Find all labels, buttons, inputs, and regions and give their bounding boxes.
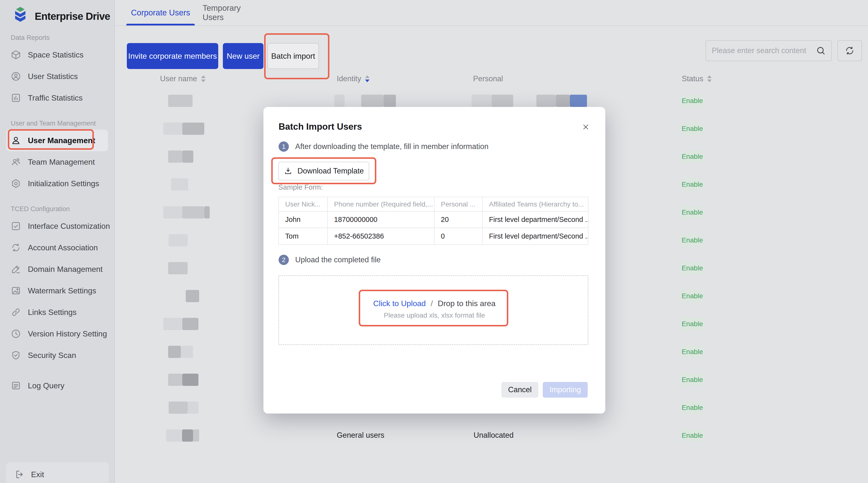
sort-carets-icon[interactable]	[201, 75, 206, 82]
tab-corporate-users[interactable]: Corporate Users	[126, 0, 195, 25]
log-icon	[11, 380, 21, 391]
modal-close-button[interactable]	[580, 121, 592, 133]
status-badge: Enable	[682, 290, 703, 303]
status-badge: Enable	[682, 429, 703, 442]
sidebar-item-traffic-statistics[interactable]: Traffic Statistics	[0, 87, 114, 109]
skeleton-block	[492, 95, 513, 107]
link-icon	[11, 307, 21, 317]
skeleton-block	[570, 95, 587, 107]
tab-temporary-users[interactable]: Temporary Users	[203, 0, 257, 25]
upload-dropzone[interactable]	[278, 275, 588, 345]
skeleton-block	[181, 346, 193, 358]
row-personal-value: Unallocated	[473, 431, 514, 440]
sample-table-header: User Nick...	[279, 197, 328, 211]
sidebar-item-team-management[interactable]: Team Management	[0, 151, 114, 173]
batch-import-modal: Batch Import Users 1 After downloading t…	[264, 107, 605, 414]
sidebar-item-watermark-settings[interactable]: Watermark Settings	[0, 280, 114, 302]
sidebar-item-label: Account Association	[28, 243, 98, 252]
close-icon	[582, 123, 590, 131]
column-header-user-name[interactable]: User name	[160, 72, 206, 86]
upload-line: Click to Upload / Drop to this area	[264, 299, 605, 308]
skeleton-block	[168, 95, 192, 107]
status-badge: Enable	[682, 345, 703, 358]
skeleton-block	[163, 206, 182, 219]
shield-check-icon	[11, 350, 21, 361]
sidebar-item-label: Space Statistics	[28, 50, 84, 59]
batch-import-button[interactable]: Batch import	[267, 43, 319, 69]
sidebar-section-label: Data Reports	[0, 33, 114, 42]
step-2-text: Upload the completed file	[295, 255, 381, 264]
sidebar-item-label: Log Query	[28, 381, 64, 390]
new-user-button[interactable]: New user	[223, 43, 264, 69]
step-1-text: After downloading the template, fill in …	[295, 142, 489, 151]
sample-table-header: Phone number (Required field,...	[328, 197, 434, 211]
sidebar-section-label: User and Team Management	[0, 118, 114, 128]
skeleton-block	[186, 290, 199, 302]
sidebar-item-initialization-settings[interactable]: Initialization Settings	[0, 173, 114, 194]
skeleton-block	[182, 206, 204, 219]
skeleton-block	[168, 401, 188, 414]
sidebar-item-links-settings[interactable]: Links Settings	[0, 302, 114, 323]
skeleton-block	[182, 318, 198, 330]
sidebar-item-account-association[interactable]: Account Association	[0, 237, 114, 258]
sidebar-item-log-query[interactable]: Log Query	[0, 375, 114, 396]
sidebar-item-domain-management[interactable]: Domain Management	[0, 258, 114, 280]
skeleton-block	[163, 122, 182, 135]
skeleton-block	[384, 95, 396, 107]
skeleton-block	[536, 95, 556, 107]
sample-table-cell: 0	[434, 228, 483, 245]
skeleton-block	[556, 95, 570, 107]
sidebar-item-label: User Statistics	[28, 72, 78, 81]
exit-button[interactable]: Exit	[6, 462, 109, 483]
skeleton-block	[182, 122, 204, 135]
step-1-number: 1	[279, 141, 289, 152]
status-badge: Enable	[682, 94, 703, 107]
download-template-button[interactable]: Download Template	[278, 162, 369, 180]
column-header-identity[interactable]: Identity	[337, 72, 370, 86]
clock-icon	[11, 329, 21, 339]
status-badge: Enable	[682, 178, 703, 191]
upload-hint: Please upload xls, xlsx format file	[264, 311, 605, 319]
sidebar-item-security-scan[interactable]: Security Scan	[0, 344, 114, 366]
sidebar-item-space-statistics[interactable]: Space Statistics	[0, 44, 114, 65]
sidebar-item-user-statistics[interactable]: User Statistics	[0, 65, 114, 87]
skeleton-block	[163, 318, 182, 330]
search-input[interactable]	[706, 46, 816, 55]
skeleton-block	[168, 262, 188, 274]
sidebar-item-label: Interface Customization	[28, 222, 110, 231]
tab-divider	[115, 25, 868, 26]
sidebar-item-label: Links Settings	[28, 308, 76, 317]
status-badge: Enable	[682, 122, 703, 135]
skeleton-block	[168, 374, 182, 386]
drop-to-area-label: Drop to this area	[438, 299, 496, 308]
download-icon	[284, 167, 292, 175]
invite-label: Invite corporate members	[128, 52, 217, 61]
sidebar-item-label: User Management	[28, 136, 95, 145]
refresh-button[interactable]	[837, 40, 862, 61]
download-template-label: Download Template	[298, 167, 364, 175]
skeleton-block	[188, 401, 198, 414]
sample-form-label: Sample Form:	[278, 183, 323, 191]
hexagon-settings-icon	[11, 178, 21, 189]
skeleton-block	[171, 178, 188, 191]
new-user-label: New user	[226, 52, 259, 61]
app-root: Enterprise Drive Data ReportsSpace Stati…	[0, 0, 868, 483]
sort-carets-icon[interactable]	[365, 75, 370, 82]
step-2-number: 2	[279, 255, 289, 265]
sample-table-cell: 18700000000	[328, 211, 434, 228]
invite-corporate-members-button[interactable]: Invite corporate members	[127, 43, 218, 69]
cancel-button[interactable]: Cancel	[501, 382, 538, 398]
column-header-label: Identity	[337, 75, 361, 83]
sidebar-item-user-management[interactable]: User Management	[6, 130, 108, 151]
click-to-upload-link[interactable]: Click to Upload	[373, 299, 426, 308]
sidebar-item-interface-customization[interactable]: Interface Customization	[0, 215, 114, 237]
column-header-personal: Personal	[473, 72, 503, 86]
sidebar-item-version-history-setting[interactable]: Version History Setting	[0, 323, 114, 344]
column-header-status[interactable]: Status	[682, 72, 712, 86]
column-header-label: Personal	[473, 75, 503, 83]
search-icon[interactable]	[816, 46, 826, 56]
sort-carets-icon[interactable]	[707, 75, 712, 82]
skeleton-block	[182, 429, 193, 442]
team-icon	[11, 157, 21, 167]
importing-button[interactable]: Importing	[543, 382, 588, 398]
